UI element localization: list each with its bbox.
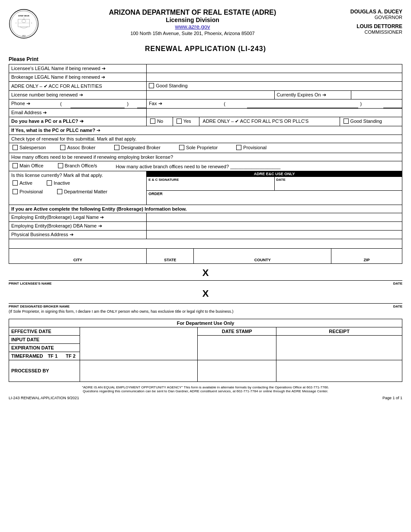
assoc-broker-checkbox[interactable]: Assoc Broker bbox=[60, 145, 95, 150]
license-status-label: Is this license currently? Mark all that… bbox=[9, 171, 146, 179]
currently-expires-label: Currently Expires On ➔ bbox=[274, 91, 351, 99]
eac-signature-row: E & C SIGNATURE DATE bbox=[147, 177, 402, 191]
main-form-table: Licensee's LEGAL Name if being renewed ➔… bbox=[9, 64, 402, 264]
header-center: ARIZONA DEPARTMENT OF REAL ESTATE (ADRE)… bbox=[43, 9, 342, 36]
active-checkbox[interactable]: Active bbox=[13, 180, 32, 186]
designated-broker-checkbox[interactable]: Designated Broker bbox=[114, 145, 161, 150]
license-number-cell: Currently Expires On ➔ bbox=[147, 91, 402, 99]
effective-date-input[interactable] bbox=[80, 327, 198, 360]
x-mark-1: X bbox=[9, 267, 402, 279]
eac-date-label: DATE bbox=[276, 178, 400, 182]
svg-point-6 bbox=[22, 19, 26, 22]
city-label: CITY bbox=[11, 258, 144, 262]
city-input[interactable] bbox=[11, 250, 144, 258]
eac-signature-label: E & C SIGNATURE bbox=[148, 178, 272, 182]
email-row: Email Address ➔ bbox=[9, 108, 402, 117]
phone-arrow-icon: ➔ bbox=[26, 101, 30, 106]
state-input[interactable] bbox=[149, 250, 191, 258]
city-state-table: CITY STATE COUNTY ZIP bbox=[9, 249, 402, 263]
provisional-status-checkbox[interactable]: Provisional bbox=[13, 189, 43, 194]
agency-name: ARIZONA DEPARTMENT OF REAL ESTATE (ADRE) bbox=[43, 9, 342, 16]
arrow-icon4: ➔ bbox=[322, 92, 326, 97]
good-standing-checkbox[interactable]: Good Standing bbox=[149, 83, 187, 88]
licensee-labels-row: PRINT LICENSEE'S NAME DATE bbox=[9, 282, 402, 285]
eac-signature-input[interactable] bbox=[148, 182, 272, 189]
please-print-label: Please Print bbox=[9, 56, 402, 62]
eac-date-input[interactable] bbox=[276, 182, 400, 189]
sole-proprietor-checkbox[interactable]: Sole Proprietor bbox=[179, 145, 218, 150]
arrow-icon: ➔ bbox=[102, 66, 106, 71]
fax-number-input[interactable] bbox=[383, 99, 402, 108]
fax-area-input[interactable] bbox=[247, 99, 358, 108]
county-input[interactable] bbox=[196, 250, 329, 258]
good-standing-pc-box bbox=[344, 119, 349, 124]
fax-row: Fax ➔ ( ) bbox=[147, 99, 402, 108]
fax-arrow-icon: ➔ bbox=[158, 101, 162, 106]
departmental-matter-checkbox[interactable]: Departmental Matter bbox=[57, 189, 107, 194]
address2-input[interactable] bbox=[9, 239, 402, 248]
dept-use-table: For Department Use Only EFFECTIVE DATE D… bbox=[9, 319, 402, 382]
good-standing-pc-checkbox[interactable]: Good Standing bbox=[344, 119, 382, 124]
yes-checkbox[interactable]: Yes bbox=[177, 119, 191, 124]
pc-pllc-options: No Yes ADRE ONLY – ✔ ACC FOR ALL PC'S OR… bbox=[147, 117, 402, 126]
license-status-cell: Is this license currently? Mark all that… bbox=[9, 171, 147, 205]
employing-entity-dba-label: Employing Entity(Brokerage) DBA Name ➔ bbox=[9, 221, 147, 230]
departmental-matter-box bbox=[57, 189, 62, 194]
no-checkbox[interactable]: No bbox=[150, 119, 163, 124]
phone-number-input[interactable] bbox=[137, 99, 146, 108]
city-state-cell: CITY STATE COUNTY ZIP bbox=[9, 248, 402, 263]
footer-bottom: LI-243 RENEWAL APPLICATION 9/2021 Page 1… bbox=[9, 396, 402, 400]
licensee-name-input[interactable] bbox=[147, 64, 402, 73]
physical-address-input[interactable] bbox=[147, 230, 402, 239]
branch-count-label: How many active branch offices need to b… bbox=[116, 164, 281, 169]
x-mark-2: X bbox=[9, 288, 402, 299]
physical-address-row: Physical Business Address ➔ bbox=[9, 230, 402, 239]
state-input-cell: STATE bbox=[147, 249, 194, 263]
main-office-checkbox[interactable]: Main Office bbox=[13, 163, 43, 168]
pc-name-row: If Yes, what is the PC or PLLC name? ➔ bbox=[9, 126, 402, 135]
physical-address-arrow: ➔ bbox=[70, 232, 74, 237]
dept-header: For Department Use Only bbox=[9, 319, 402, 327]
dept-row2: INPUT DATE bbox=[9, 335, 402, 343]
broker-sig-input[interactable] bbox=[9, 300, 402, 304]
email-input[interactable] bbox=[147, 108, 402, 117]
license-number-input[interactable] bbox=[147, 91, 274, 99]
phone-area-input[interactable] bbox=[71, 99, 125, 108]
receipt-input[interactable] bbox=[276, 335, 402, 360]
fax-paren2: ) bbox=[358, 99, 384, 108]
employing-entity-dba-input[interactable] bbox=[147, 221, 402, 230]
zip-input[interactable] bbox=[334, 250, 400, 258]
licensee-name-row: Licensee's LEGAL Name if being renewed ➔ bbox=[9, 64, 402, 73]
eac-date-cell: DATE bbox=[275, 177, 402, 190]
footer: "ADRE IS AN EQUAL EMPLOYMENT OPPORTUNITY… bbox=[9, 385, 402, 393]
commissioner-name: LOUIS DETTORRE bbox=[342, 23, 402, 29]
provisional-checkbox[interactable]: Provisional bbox=[236, 145, 267, 150]
branch-office-checkbox[interactable]: Branch Office/s bbox=[58, 163, 97, 168]
assoc-broker-box bbox=[60, 145, 65, 150]
employing-entity-legal-input[interactable] bbox=[147, 213, 402, 221]
inactive-checkbox[interactable]: Inactive bbox=[47, 180, 70, 186]
state-seal-icon: DITAT DEUS 1912 ☀ bbox=[9, 9, 39, 39]
date-stamp-extra bbox=[198, 360, 276, 381]
website-link[interactable]: www.azre.gov bbox=[175, 23, 210, 30]
salesperson-checkbox[interactable]: Salesperson bbox=[13, 145, 46, 150]
expires-date-input[interactable] bbox=[351, 91, 402, 99]
division-name: Licensing Division bbox=[43, 16, 342, 23]
timeframed-cell: TIMEFRAMED TF 1 TF 2 bbox=[9, 352, 80, 360]
fax-table: Fax ➔ ( ) bbox=[147, 99, 402, 108]
phone-cell: Phone ➔ ( ) bbox=[9, 99, 147, 109]
arrow-icon2: ➔ bbox=[101, 74, 105, 80]
dept-header-row: For Department Use Only bbox=[9, 319, 402, 327]
receipt-label: RECEIPT bbox=[276, 327, 402, 335]
sole-prop-note: (If Sole Proprietor, in signing this for… bbox=[9, 309, 402, 314]
processed-by-input[interactable] bbox=[80, 360, 198, 381]
brokerage-name-input[interactable] bbox=[147, 73, 402, 82]
page-number: Page 1 of 1 bbox=[382, 396, 402, 400]
eac-order-input[interactable] bbox=[148, 196, 400, 204]
county-input-cell: COUNTY bbox=[194, 249, 331, 263]
fax-cell: Fax ➔ ( ) bbox=[147, 99, 402, 109]
no-checkbox-box bbox=[150, 119, 155, 124]
page: DITAT DEUS 1912 ☀ ARIZONA DEPARTMENT OF … bbox=[9, 9, 402, 400]
designated-broker-box bbox=[114, 145, 119, 150]
date-stamp-input[interactable] bbox=[198, 335, 276, 360]
